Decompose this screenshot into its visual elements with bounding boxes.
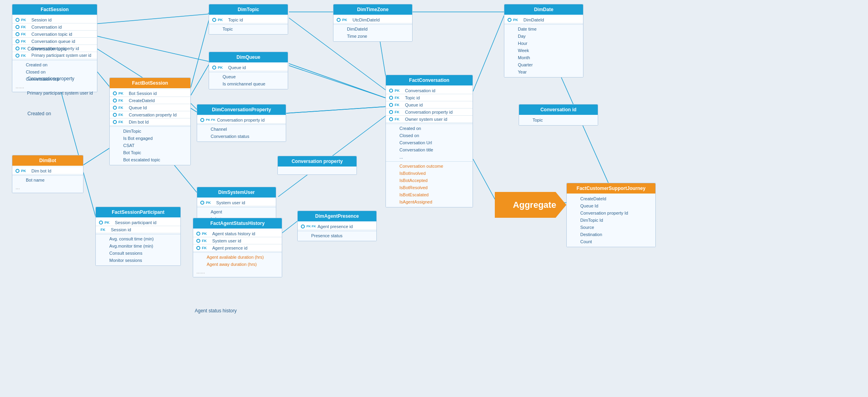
fbs-isbot: Is Bot engaged bbox=[110, 135, 190, 142]
pk-icon bbox=[337, 18, 341, 22]
fsp-header: FactSessionParticipant bbox=[96, 207, 180, 217]
fk-icon bbox=[15, 46, 19, 50]
fc-fk2: FK Queue id bbox=[386, 101, 473, 108]
fk-icon bbox=[15, 39, 19, 43]
fc-botaccepted: IsBotAccepted bbox=[386, 177, 473, 184]
fk-icon bbox=[196, 246, 200, 250]
fcsj-destination: Destination bbox=[567, 231, 655, 238]
fk-icon bbox=[389, 103, 393, 107]
dtz-pk: PK UtcDimDateId bbox=[333, 16, 412, 23]
fact-conversation-table: FactConversation PK Conversation id FK T… bbox=[386, 75, 473, 207]
dd-pk: PK DimDateId bbox=[504, 16, 583, 23]
dcp-status: Conversation status bbox=[197, 133, 286, 140]
fash-header: FactAgentStatusHistory bbox=[193, 218, 282, 229]
dap-header: DimAgentPresence bbox=[298, 211, 376, 221]
dd-week: Week bbox=[504, 47, 583, 54]
primary-participant-label: Primary participant system user id bbox=[27, 91, 93, 95]
fk-icon bbox=[15, 32, 19, 36]
fc-outcome: Conversation outcome bbox=[386, 163, 473, 170]
pk-icon bbox=[212, 18, 216, 22]
fcsj-convprop: Conversation property Id bbox=[567, 209, 655, 217]
fact-bot-session-header: FactBotSession bbox=[110, 78, 190, 88]
svg-line-0 bbox=[95, 14, 209, 24]
fbs-fk1: FK CreateDateId bbox=[110, 97, 190, 104]
fc-fk3: FK Conversation property id bbox=[386, 108, 473, 116]
fcsj-count: Count bbox=[567, 238, 655, 245]
fk-icon bbox=[113, 99, 117, 103]
pk-icon bbox=[508, 18, 511, 22]
svg-line-16 bbox=[280, 221, 298, 234]
dd-year: Year bbox=[504, 68, 583, 76]
fsp-fk1: FK Session id bbox=[96, 226, 180, 233]
dcp-header: DimConversationProperty bbox=[197, 105, 286, 115]
pk-icon bbox=[212, 66, 216, 70]
fk-icon bbox=[15, 25, 19, 29]
svg-line-18 bbox=[473, 159, 497, 203]
fc-closedon: Closed on bbox=[386, 132, 473, 139]
cid-topic: Topic bbox=[519, 116, 598, 124]
pk-icon bbox=[15, 18, 19, 22]
fbs-pk: PK Bot Session id bbox=[110, 90, 190, 97]
fsp-monitor: Avg.monitor time (min) bbox=[96, 242, 180, 250]
dcp-channel: Channel bbox=[197, 126, 286, 133]
dim-date-table: DimDate PK DimDateId Date time Day Hour … bbox=[504, 4, 583, 77]
fact-agent-status-history-table: FactAgentStatusHistory PK Agent status h… bbox=[193, 218, 282, 277]
fact-session-row-fk3: FK Conversation queue id bbox=[12, 38, 97, 45]
cid-header: Conversation id bbox=[519, 105, 598, 115]
dt-topic: Topic bbox=[209, 25, 288, 33]
fbs-dimtopic: DimTopic bbox=[110, 128, 190, 135]
conversation-topic-label: Conversation topic bbox=[27, 46, 67, 52]
fash-pk: PK Agent status history id bbox=[193, 230, 282, 237]
pk-icon bbox=[200, 118, 204, 122]
dt-pk: PK Topic id bbox=[209, 16, 288, 23]
dd-day: Day bbox=[504, 33, 583, 40]
fbs-fk3: FK Conversation property Id bbox=[110, 111, 190, 118]
diagram-canvas: FactSession PK Session id FK Conversatio… bbox=[0, 0, 868, 397]
fc-botescalated: IsBotEscalated bbox=[386, 191, 473, 198]
fc-botinvolved: IsBotInvolved bbox=[386, 170, 473, 177]
dim-bot-header: DimBot bbox=[12, 155, 83, 166]
svg-line-4 bbox=[191, 18, 209, 87]
dap-status: Presence status bbox=[298, 232, 376, 239]
fk-icon bbox=[113, 113, 117, 117]
created-on-label: Created on bbox=[27, 111, 51, 116]
dsu-header: DimSystemUser bbox=[197, 187, 276, 198]
svg-line-23 bbox=[286, 107, 388, 113]
dd-quarter: Quarter bbox=[504, 61, 583, 68]
dcp-pkfk: PK FK Conversation property id bbox=[197, 116, 286, 124]
conversation-property-box: Conversation property bbox=[277, 156, 357, 175]
svg-line-7 bbox=[83, 147, 111, 165]
fcsj-dimtopicid: DimTopic Id bbox=[567, 217, 655, 224]
fsp-pk: PK Session participant id bbox=[96, 219, 180, 226]
fc-title: Conversation title bbox=[386, 146, 473, 153]
fash-away: Agent away duration (hrs) bbox=[193, 261, 282, 268]
conversation-id-box: Conversation id Topic bbox=[519, 104, 598, 126]
pk-icon bbox=[301, 225, 305, 229]
aggregate-label: Aggregate bbox=[513, 200, 556, 210]
dsu-agent: Agent bbox=[197, 208, 276, 215]
svg-line-13 bbox=[286, 107, 388, 113]
fact-session-row-created: Created on bbox=[12, 61, 97, 68]
fk-icon bbox=[15, 54, 19, 58]
svg-line-8 bbox=[58, 79, 98, 225]
fcsj-header: FactCustomerSupportJourney bbox=[567, 183, 655, 194]
fc-header: FactConversation bbox=[386, 75, 473, 85]
fbs-fk4: FK Dim bot Id bbox=[110, 118, 190, 126]
dim-topic-header: DimTopic bbox=[209, 4, 288, 15]
fc-agentassigned: IsAgentAssigned bbox=[386, 198, 473, 205]
dtz-header: DimTimeZone bbox=[333, 4, 412, 15]
dd-header: DimDate bbox=[504, 4, 583, 15]
fact-session-row-fk5: FK Primary participant system user id bbox=[12, 52, 97, 59]
fc-url: Conversation Url bbox=[386, 139, 473, 146]
fash-fk2: FK Agent presence id bbox=[193, 244, 282, 252]
conversation-property-label: Conversation property bbox=[27, 76, 74, 81]
fact-session-row-pk: PK Session id bbox=[12, 16, 97, 23]
fk-icon bbox=[389, 117, 393, 121]
dim-timezone-table: DimTimeZone PK UtcDimDateId DimDateId Ti… bbox=[333, 4, 413, 42]
dtz-dimdateid: DimDateId bbox=[333, 25, 412, 33]
svg-line-5 bbox=[191, 64, 209, 95]
fbs-botescalated: Bot escalated topic bbox=[110, 156, 190, 163]
fcsj-queueid: Queue Id bbox=[567, 202, 655, 209]
fc-botresolved: IsBotResolved bbox=[386, 184, 473, 191]
cp2-header: Conversation property bbox=[278, 156, 356, 167]
